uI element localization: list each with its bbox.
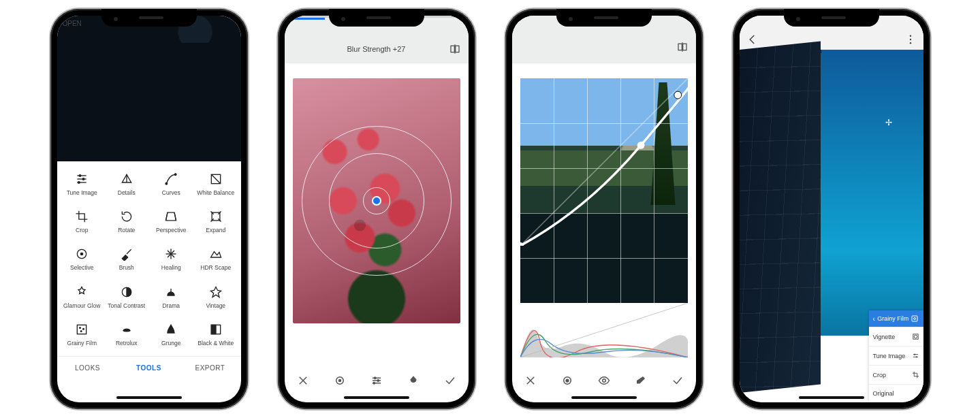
hdr-icon	[209, 247, 223, 261]
svg-marker-36	[210, 287, 221, 297]
home-indicator[interactable]	[344, 396, 409, 399]
tool-label: White Balance	[197, 190, 234, 196]
svg-rect-44	[455, 46, 458, 52]
sliders-icon	[75, 172, 89, 186]
tool-drama[interactable]: Drama	[149, 281, 194, 319]
tool-bw[interactable]: Black & White	[193, 319, 238, 356]
drama-icon	[164, 285, 178, 299]
stack-item-crop[interactable]: Crop	[869, 365, 923, 384]
tool-healing[interactable]: Healing	[149, 243, 194, 280]
bird-icon: ✢	[885, 118, 892, 127]
notch	[101, 9, 197, 27]
cancel-icon[interactable]	[524, 374, 537, 387]
curve-line[interactable]	[520, 78, 688, 246]
tool-selective[interactable]: Selective	[60, 243, 105, 280]
curves-icon	[164, 172, 178, 186]
edit-canvas[interactable]	[293, 78, 460, 323]
apply-icon[interactable]	[671, 374, 684, 387]
curves-canvas[interactable]	[520, 78, 688, 303]
image-canvas[interactable]: ✢	[740, 50, 923, 336]
rotate-icon	[120, 210, 133, 223]
svg-point-14	[165, 182, 168, 184]
tab-tools[interactable]: TOOLS	[118, 357, 180, 379]
tool-tonal[interactable]: Tonal Contrast	[104, 281, 149, 319]
tool-glow[interactable]: Glamour Glow	[60, 281, 105, 319]
tool-label: Brush	[119, 265, 134, 271]
tab-export[interactable]: EXPORT	[180, 357, 241, 379]
channel-visible-icon[interactable]	[598, 374, 610, 387]
tool-label: Curves	[162, 190, 180, 196]
grainy-film-icon	[911, 315, 919, 323]
tool-label: Drama	[162, 303, 180, 309]
stack-item-original[interactable]: Original	[869, 384, 923, 402]
tool-sliders[interactable]: Tune Image	[60, 168, 105, 206]
curves-toolbar	[512, 367, 696, 394]
svg-point-40	[81, 330, 82, 332]
back-icon[interactable]	[746, 33, 759, 46]
more-icon[interactable]	[904, 33, 917, 46]
tool-details[interactable]: Details	[104, 168, 149, 206]
svg-point-68	[602, 379, 605, 383]
tool-wb[interactable]: White Balance	[193, 168, 238, 206]
apply-icon[interactable]	[444, 374, 456, 387]
svg-rect-56	[678, 44, 682, 50]
healing-icon	[164, 247, 178, 261]
chevron-left-icon: ‹	[873, 315, 875, 323]
stack-item-grainy-film[interactable]: ‹ Grainy Film	[869, 310, 923, 327]
home-indicator[interactable]	[799, 396, 864, 399]
tool-perspective[interactable]: Perspective	[149, 206, 194, 243]
tool-label: Grainy Film	[67, 340, 97, 347]
tool-label: Grunge	[161, 340, 180, 347]
tool-expand[interactable]: Expand	[193, 206, 238, 243]
invert-icon[interactable]	[407, 374, 420, 387]
tool-label: Black & White	[197, 340, 234, 347]
svg-point-62	[674, 91, 681, 99]
svg-point-55	[373, 383, 375, 384]
tool-grainy[interactable]: Grainy Film	[60, 319, 105, 356]
slider-progress[interactable]	[285, 18, 325, 20]
compare-icon[interactable]	[449, 44, 460, 54]
notch	[329, 9, 424, 27]
tab-looks[interactable]: LOOKS	[57, 357, 118, 379]
svg-marker-33	[210, 252, 221, 257]
svg-line-28	[127, 250, 131, 255]
stack-item-vignette[interactable]: Vignette	[869, 327, 923, 346]
tool-label: Crop	[76, 227, 88, 234]
channel-luminance-icon[interactable]	[561, 374, 573, 387]
tool-rotate[interactable]: Rotate	[104, 206, 149, 243]
compare-icon[interactable]	[677, 42, 688, 52]
svg-point-15	[175, 174, 177, 176]
vintage-icon	[209, 285, 223, 299]
svg-point-49	[338, 380, 341, 382]
svg-point-54	[377, 380, 379, 381]
adjust-icon[interactable]	[370, 374, 383, 387]
preview-image-dimmed	[57, 16, 241, 161]
details-icon	[120, 172, 133, 186]
tool-label: Tonal Contrast	[108, 303, 145, 309]
tool-brush[interactable]: Brush	[104, 243, 149, 280]
stack-item-tune-image[interactable]: Tune Image	[869, 346, 923, 365]
svg-rect-43	[451, 46, 454, 52]
tool-curves[interactable]: Curves	[149, 168, 194, 206]
selective-icon	[75, 247, 89, 261]
bw-icon	[209, 323, 223, 336]
svg-point-9	[79, 175, 81, 177]
svg-line-59	[520, 78, 688, 246]
histogram	[520, 303, 688, 357]
svg-point-75	[914, 335, 917, 338]
blur-center-point[interactable]	[372, 196, 381, 206]
tool-hdr[interactable]: HDR Scape	[193, 243, 238, 280]
eraser-icon[interactable]	[635, 374, 647, 387]
tool-grunge[interactable]: Grunge	[149, 319, 194, 356]
phone-2-lens-blur: Blur Strength +27	[278, 9, 475, 409]
home-indicator[interactable]	[116, 396, 182, 399]
svg-rect-57	[682, 44, 686, 50]
tool-retrolux[interactable]: Retrolux	[104, 319, 149, 356]
blur-shape-icon[interactable]	[334, 374, 346, 387]
tool-vintage[interactable]: Vintage	[193, 281, 238, 319]
retrolux-icon	[120, 323, 133, 336]
cancel-icon[interactable]	[297, 374, 309, 387]
open-button[interactable]: OPEN	[63, 20, 82, 27]
tool-crop[interactable]: Crop	[60, 206, 105, 243]
home-indicator[interactable]	[571, 396, 637, 399]
